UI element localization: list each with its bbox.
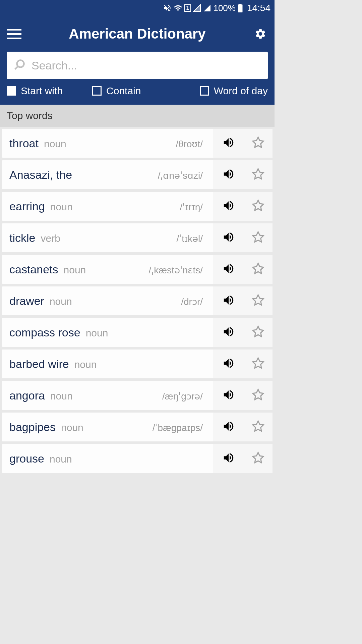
battery-percent: 100% <box>213 3 236 13</box>
play-audio-button[interactable] <box>214 223 243 252</box>
play-audio-button[interactable] <box>214 350 243 378</box>
word-pos: noun <box>50 453 72 465</box>
play-audio-button[interactable] <box>214 255 243 284</box>
favorite-button[interactable] <box>243 444 273 473</box>
favorite-button[interactable] <box>243 223 273 252</box>
word-list: throatnoun/θroʊt/Anasazi, the/ˌɑnəˈsɑzi/… <box>0 129 275 473</box>
play-audio-button[interactable] <box>214 381 243 410</box>
star-icon <box>252 357 264 371</box>
status-bar: 1 100% 14:54 <box>0 0 275 16</box>
word-entry[interactable]: earringnoun/ˈɪrɪŋ/ <box>2 200 214 213</box>
speaker-icon <box>222 451 235 466</box>
svg-rect-0 <box>238 4 242 12</box>
word-row: tickleverb/ˈtɪkəl/ <box>2 223 273 252</box>
word-pos: noun <box>74 359 97 370</box>
word-entry[interactable]: barbed wirenoun <box>2 358 214 371</box>
star-icon <box>252 168 264 182</box>
filter-start-with[interactable]: Start with <box>7 85 63 97</box>
page-title: American Dictionary <box>21 26 253 42</box>
word-pos: noun <box>50 390 73 402</box>
word-entry[interactable]: Anasazi, the/ˌɑnəˈsɑzi/ <box>2 168 214 181</box>
favorite-button[interactable] <box>243 255 273 284</box>
word-text: castanets <box>9 263 58 276</box>
search-bar[interactable] <box>7 52 268 79</box>
svg-marker-10 <box>253 326 263 336</box>
word-entry[interactable]: bagpipesnoun/ˈbægpaɪps/ <box>2 421 214 434</box>
word-pos: noun <box>61 422 83 433</box>
play-audio-button[interactable] <box>214 160 243 189</box>
search-input[interactable] <box>32 59 264 72</box>
word-entry[interactable]: angoranoun/æŋˈgɔrə/ <box>2 389 214 402</box>
word-pos: verb <box>41 233 60 244</box>
word-entry[interactable]: grousenoun <box>2 452 214 465</box>
favorite-button[interactable] <box>243 350 273 378</box>
app-header: American Dictionary Start with Contain W… <box>0 16 275 105</box>
word-pos: noun <box>50 201 73 213</box>
play-audio-button[interactable] <box>214 129 243 158</box>
speaker-icon <box>222 357 235 371</box>
word-text: throat <box>9 137 39 150</box>
filter-contain[interactable]: Contain <box>92 85 141 97</box>
svg-marker-12 <box>253 389 263 399</box>
play-audio-button[interactable] <box>214 192 243 221</box>
menu-icon[interactable] <box>7 26 21 41</box>
word-text: tickle <box>9 231 35 245</box>
word-pos: noun <box>50 296 72 307</box>
svg-marker-13 <box>253 421 263 431</box>
favorite-button[interactable] <box>243 129 273 158</box>
word-entry[interactable]: castanetsnoun/ˌkæstəˈnɛts/ <box>2 263 214 276</box>
star-icon <box>252 136 264 150</box>
battery-icon <box>238 4 243 12</box>
word-row: castanetsnoun/ˌkæstəˈnɛts/ <box>2 255 273 284</box>
favorite-button[interactable] <box>243 286 273 315</box>
checkbox-start-with[interactable] <box>7 86 16 96</box>
star-icon <box>252 451 264 466</box>
svg-rect-1 <box>239 4 242 5</box>
filter-word-of-day[interactable]: Word of day <box>200 85 268 97</box>
svg-marker-8 <box>253 263 263 273</box>
word-row: Anasazi, the/ˌɑnəˈsɑzi/ <box>2 160 273 189</box>
word-row: grousenoun <box>2 444 273 473</box>
checkbox-word-of-day[interactable] <box>200 86 209 96</box>
play-audio-button[interactable] <box>214 413 243 441</box>
favorite-button[interactable] <box>243 192 273 221</box>
svg-marker-4 <box>253 137 263 147</box>
word-entry[interactable]: compass rosenoun <box>2 326 214 339</box>
favorite-button[interactable] <box>243 381 273 410</box>
word-entry[interactable]: tickleverb/ˈtɪkəl/ <box>2 231 214 245</box>
search-icon <box>13 59 25 72</box>
play-audio-button[interactable] <box>214 286 243 315</box>
star-icon <box>252 294 264 308</box>
favorite-button[interactable] <box>243 318 273 347</box>
word-phonetic: /ˌɑnəˈsɑzi/ <box>158 170 203 181</box>
word-entry[interactable]: throatnoun/θroʊt/ <box>2 137 214 150</box>
word-phonetic: /ˈɪrɪŋ/ <box>180 202 203 212</box>
favorite-button[interactable] <box>243 413 273 441</box>
signal-icon-2 <box>203 4 211 12</box>
word-phonetic: /æŋˈgɔrə/ <box>162 391 203 401</box>
play-audio-button[interactable] <box>214 318 243 347</box>
play-audio-button[interactable] <box>214 444 243 473</box>
speaker-icon <box>222 231 235 245</box>
word-entry[interactable]: drawernoun/drɔr/ <box>2 294 214 308</box>
settings-icon[interactable] <box>253 26 268 41</box>
svg-point-2 <box>17 60 24 67</box>
favorite-button[interactable] <box>243 160 273 189</box>
star-icon <box>252 262 264 276</box>
speaker-icon <box>222 262 235 276</box>
filter-label: Contain <box>106 85 141 97</box>
word-row: drawernoun/drɔr/ <box>2 286 273 315</box>
sim-indicator: 1 <box>184 4 191 12</box>
checkbox-contain[interactable] <box>92 86 102 96</box>
svg-marker-7 <box>253 232 263 242</box>
word-row: bagpipesnoun/ˈbægpaɪps/ <box>2 413 273 441</box>
word-text: barbed wire <box>9 358 69 371</box>
word-pos: noun <box>44 138 66 150</box>
speaker-icon <box>222 199 235 213</box>
filter-label: Word of day <box>214 85 268 97</box>
word-phonetic: /ˈtɪkəl/ <box>176 233 203 244</box>
svg-marker-11 <box>253 358 263 368</box>
word-phonetic: /ˈbægpaɪps/ <box>153 423 203 433</box>
word-text: angora <box>9 389 45 402</box>
word-row: earringnoun/ˈɪrɪŋ/ <box>2 192 273 221</box>
